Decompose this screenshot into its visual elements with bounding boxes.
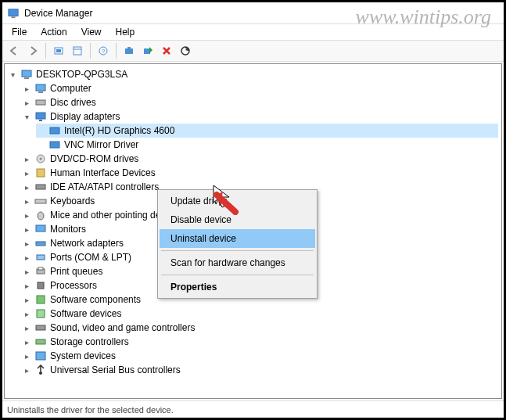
tree-node[interactable]: ▸DVD/CD-ROM drives xyxy=(22,152,498,166)
tree-node[interactable]: ▸Sound, video and game controllers xyxy=(22,321,498,335)
tree-node-label: IDE ATA/ATAPI controllers xyxy=(50,181,159,192)
category-icon xyxy=(34,167,47,179)
menubar: File Action View Help xyxy=(2,24,504,40)
expand-icon[interactable]: ▸ xyxy=(22,98,31,107)
tree-node-label: Print queues xyxy=(50,266,102,277)
category-icon xyxy=(34,223,47,235)
expand-icon[interactable]: ▸ xyxy=(22,154,31,163)
expand-icon[interactable]: ▾ xyxy=(22,112,31,121)
expand-icon[interactable]: ▸ xyxy=(22,365,31,375)
tree-leaf-node[interactable]: VNC Mirror Driver xyxy=(36,138,498,152)
expand-icon[interactable]: ▸ xyxy=(22,168,31,178)
expand-icon[interactable]: ▸ xyxy=(22,267,31,276)
tree-leaf-node[interactable]: Intel(R) HD Graphics 4600 xyxy=(36,124,498,138)
expand-icon[interactable]: ▸ xyxy=(22,182,31,192)
svg-rect-1 xyxy=(11,16,15,18)
svg-rect-32 xyxy=(38,282,44,289)
tree-node-label: Keyboards xyxy=(50,196,95,206)
expand-icon[interactable]: ▸ xyxy=(22,84,31,93)
category-icon xyxy=(34,336,47,348)
expand-icon[interactable]: ▸ xyxy=(22,196,31,206)
device-tree-pane[interactable]: ▾DESKTOP-QPG3LSA▸Computer▸Disc drives▾Di… xyxy=(4,63,502,399)
toolbar: ? xyxy=(2,40,504,62)
expand-spacer xyxy=(36,126,45,135)
expand-icon[interactable]: ▸ xyxy=(22,253,31,262)
device-icon xyxy=(48,124,61,137)
expand-icon[interactable]: ▸ xyxy=(22,239,31,248)
tree-node[interactable]: ▾Display adapters xyxy=(22,109,498,124)
category-icon xyxy=(34,321,47,334)
tree-root-node[interactable]: ▾DESKTOP-QPG3LSA xyxy=(8,67,498,81)
category-icon xyxy=(34,237,47,249)
expand-icon[interactable]: ▸ xyxy=(22,281,31,290)
tree-node-label: Disc drives xyxy=(50,97,96,108)
toolbar-separator xyxy=(90,43,91,59)
expand-icon[interactable]: ▸ xyxy=(22,210,31,220)
svg-point-22 xyxy=(40,158,42,160)
tree-node[interactable]: ▸Computer xyxy=(22,81,498,95)
category-icon xyxy=(34,82,47,95)
tree-node[interactable]: ▸Universal Serial Bus controllers xyxy=(22,363,498,377)
category-icon xyxy=(34,307,47,320)
context-properties[interactable]: Properties xyxy=(160,278,315,296)
uninstall-device-button[interactable] xyxy=(158,42,175,59)
tree-node-label: Storage controllers xyxy=(50,336,129,347)
menu-action[interactable]: Action xyxy=(34,25,73,39)
menu-view[interactable]: View xyxy=(75,25,108,39)
scan-hardware-button[interactable] xyxy=(177,42,194,59)
svg-rect-33 xyxy=(37,296,45,303)
menu-help[interactable]: Help xyxy=(109,25,142,39)
expand-icon[interactable]: ▸ xyxy=(22,351,31,361)
context-scan-hardware[interactable]: Scan for hardware changes xyxy=(160,253,315,272)
tree-node-label: Human Interface Devices xyxy=(50,167,156,178)
expand-icon[interactable]: ▸ xyxy=(22,323,31,332)
tree-node[interactable]: ▸System devices xyxy=(22,349,498,363)
svg-rect-0 xyxy=(9,9,18,16)
collapse-icon[interactable]: ▾ xyxy=(8,70,17,79)
menu-file[interactable]: File xyxy=(5,25,33,39)
category-icon xyxy=(34,181,47,193)
category-icon xyxy=(34,265,47,278)
tree-node-label: Intel(R) HD Graphics 4600 xyxy=(64,125,174,136)
svg-rect-36 xyxy=(36,339,45,344)
enable-device-button[interactable] xyxy=(139,42,156,59)
svg-rect-17 xyxy=(36,113,45,119)
svg-rect-16 xyxy=(36,100,45,105)
properties-toolbar-button[interactable] xyxy=(69,42,86,59)
forward-button[interactable] xyxy=(24,42,41,59)
context-update-driver[interactable]: Update driver xyxy=(160,192,315,210)
svg-rect-35 xyxy=(36,325,45,330)
tree-node[interactable]: ▸Software devices xyxy=(22,307,498,321)
tree-node-label: Monitors xyxy=(50,224,86,235)
svg-rect-20 xyxy=(50,142,59,148)
category-icon xyxy=(34,195,47,207)
titlebar: Device Manager xyxy=(2,2,504,24)
tree-node[interactable]: ▸Disc drives xyxy=(22,95,498,109)
category-icon xyxy=(34,251,47,264)
expand-icon[interactable]: ▸ xyxy=(22,309,31,318)
tree-node[interactable]: ▸Human Interface Devices xyxy=(22,166,498,180)
show-hidden-button[interactable] xyxy=(50,42,67,59)
context-disable-device[interactable]: Disable device xyxy=(160,210,315,229)
context-uninstall-device[interactable]: Uninstall device xyxy=(160,229,315,248)
update-driver-button[interactable] xyxy=(120,42,138,59)
expand-icon[interactable]: ▸ xyxy=(22,224,31,234)
expand-icon[interactable]: ▸ xyxy=(22,337,31,346)
tree-node-label: DESKTOP-QPG3LSA xyxy=(36,69,127,80)
svg-rect-29 xyxy=(37,255,45,260)
svg-rect-34 xyxy=(37,310,45,318)
expand-icon[interactable]: ▸ xyxy=(22,295,31,304)
svg-rect-4 xyxy=(74,47,81,55)
tree-node-label: DVD/CD-ROM drives xyxy=(50,153,138,164)
tree-node[interactable]: ▸Storage controllers xyxy=(22,335,498,349)
help-toolbar-button[interactable]: ? xyxy=(95,42,112,59)
svg-rect-9 xyxy=(127,47,131,48)
context-separator xyxy=(161,250,314,251)
expand-spacer xyxy=(36,140,45,149)
svg-rect-24 xyxy=(36,185,45,189)
back-button[interactable] xyxy=(5,42,23,59)
svg-rect-28 xyxy=(36,242,45,246)
svg-rect-27 xyxy=(36,225,45,232)
category-icon xyxy=(34,209,47,221)
svg-point-38 xyxy=(39,372,42,375)
